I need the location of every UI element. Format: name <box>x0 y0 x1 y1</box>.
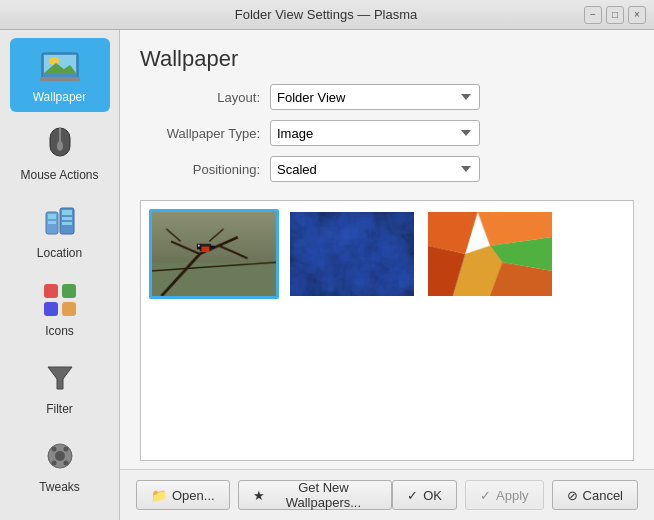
star-icon: ★ <box>253 488 265 503</box>
sidebar-item-mouse-actions[interactable]: Mouse Actions <box>10 116 110 190</box>
sidebar: Wallpaper Mouse Actions <box>0 30 120 520</box>
svg-point-23 <box>63 447 68 452</box>
main-layout: Wallpaper Mouse Actions <box>0 30 654 520</box>
svg-rect-9 <box>48 214 56 219</box>
content-area: Wallpaper Layout: Folder View Desktop Wa… <box>120 30 654 520</box>
page-title: Wallpaper <box>140 46 634 72</box>
sidebar-item-tweaks-label: Tweaks <box>39 480 80 494</box>
titlebar: Folder View Settings — Plasma − □ × <box>0 0 654 30</box>
apply-button[interactable]: ✓ Apply <box>465 480 544 510</box>
layout-label: Layout: <box>140 90 270 105</box>
ok-button[interactable]: ✓ OK <box>392 480 457 510</box>
svg-rect-17 <box>44 302 58 316</box>
wallpaper-grid-container[interactable] <box>140 200 634 461</box>
bottom-bar: 📁 Open... ★ Get New Wallpapers... ✓ OK ✓… <box>120 469 654 520</box>
titlebar-controls: − □ × <box>584 6 646 24</box>
ok-label: OK <box>423 488 442 503</box>
svg-rect-13 <box>62 217 72 220</box>
svg-rect-18 <box>62 302 76 316</box>
icons-icon <box>40 280 80 320</box>
svg-rect-12 <box>62 210 72 215</box>
cancel-button[interactable]: ⊘ Cancel <box>552 480 638 510</box>
svg-point-25 <box>63 461 68 466</box>
svg-point-22 <box>51 447 56 452</box>
bottom-left-buttons: 📁 Open... ★ Get New Wallpapers... <box>136 480 392 510</box>
sidebar-item-icons[interactable]: Icons <box>10 272 110 346</box>
svg-point-2 <box>49 57 59 65</box>
sidebar-item-filter-label: Filter <box>46 402 73 416</box>
open-button[interactable]: 📁 Open... <box>136 480 230 510</box>
wallpaper-grid <box>141 201 633 307</box>
sidebar-item-wallpaper[interactable]: Wallpaper <box>10 38 110 112</box>
wallpaper-thumb-bird[interactable] <box>149 209 279 299</box>
wallpaper-type-select[interactable]: Image Color Slideshow <box>270 120 480 146</box>
sidebar-item-tweaks[interactable]: Tweaks <box>10 428 110 502</box>
cancel-icon: ⊘ <box>567 488 578 503</box>
bottom-right-buttons: ✓ OK ✓ Apply ⊘ Cancel <box>392 480 638 510</box>
wallpaper-type-label: Wallpaper Type: <box>140 126 270 141</box>
sidebar-item-icons-label: Icons <box>45 324 74 338</box>
svg-rect-16 <box>62 284 76 298</box>
sidebar-item-wallpaper-label: Wallpaper <box>33 90 87 104</box>
sidebar-item-location[interactable]: Location <box>10 194 110 268</box>
mouse-actions-icon <box>40 124 80 164</box>
apply-check-icon: ✓ <box>480 488 491 503</box>
minimize-button[interactable]: − <box>584 6 602 24</box>
filter-icon <box>40 358 80 398</box>
form-area: Layout: Folder View Desktop Wallpaper Ty… <box>120 84 654 192</box>
svg-rect-14 <box>62 222 72 225</box>
sidebar-item-mouse-label: Mouse Actions <box>20 168 98 182</box>
svg-marker-19 <box>48 367 72 389</box>
positioning-select[interactable]: Scaled Centered Tiled Stretched Fit Fill <box>270 156 480 182</box>
apply-label: Apply <box>496 488 529 503</box>
tweaks-icon <box>40 436 80 476</box>
svg-rect-4 <box>40 77 80 81</box>
svg-point-24 <box>51 461 56 466</box>
svg-point-7 <box>57 141 63 151</box>
titlebar-title: Folder View Settings — Plasma <box>68 7 584 22</box>
open-folder-icon: 📁 <box>151 488 167 503</box>
sidebar-item-filter[interactable]: Filter <box>10 350 110 424</box>
get-new-wallpapers-button[interactable]: ★ Get New Wallpapers... <box>238 480 393 510</box>
svg-point-21 <box>55 451 65 461</box>
content-header: Wallpaper <box>120 30 654 84</box>
wallpaper-type-row: Wallpaper Type: Image Color Slideshow <box>140 120 634 146</box>
svg-rect-10 <box>48 221 56 224</box>
wallpaper-thumb-abstract[interactable] <box>425 209 555 299</box>
check-icon: ✓ <box>407 488 418 503</box>
wallpaper-icon <box>40 46 80 86</box>
open-button-label: Open... <box>172 488 215 503</box>
location-icon <box>40 202 80 242</box>
maximize-button[interactable]: □ <box>606 6 624 24</box>
cancel-label: Cancel <box>583 488 623 503</box>
layout-row: Layout: Folder View Desktop <box>140 84 634 110</box>
wallpaper-thumb-blue[interactable] <box>287 209 417 299</box>
get-new-label: Get New Wallpapers... <box>270 480 378 510</box>
close-button[interactable]: × <box>628 6 646 24</box>
positioning-label: Positioning: <box>140 162 270 177</box>
positioning-row: Positioning: Scaled Centered Tiled Stret… <box>140 156 634 182</box>
layout-select[interactable]: Folder View Desktop <box>270 84 480 110</box>
sidebar-item-location-label: Location <box>37 246 82 260</box>
svg-rect-15 <box>44 284 58 298</box>
